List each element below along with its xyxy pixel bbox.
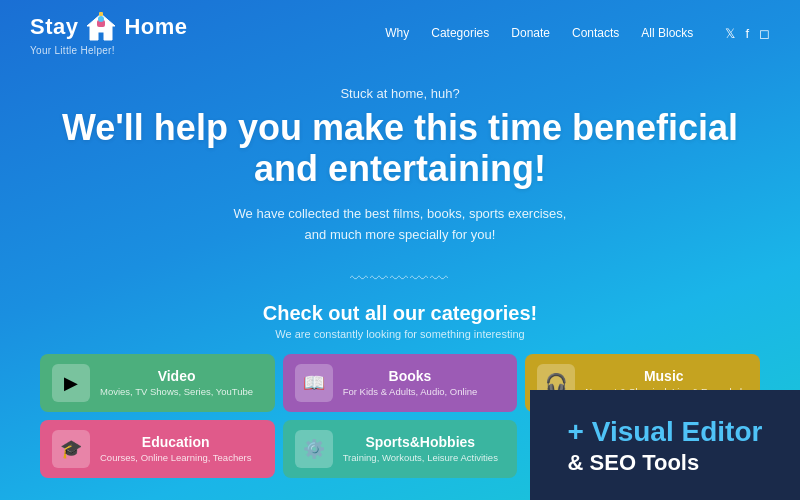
wavy-divider: 〰〰〰〰〰	[0, 269, 800, 290]
overlay-line2: & SEO Tools	[568, 450, 700, 475]
nav-categories[interactable]: Categories	[431, 26, 489, 40]
education-icon: 🎓	[52, 430, 90, 468]
logo-tagline: Your Little Helper!	[30, 45, 115, 56]
logo-house-icon	[84, 10, 118, 44]
hero-desc-line1: We have collected the best films, books,…	[234, 206, 567, 221]
social-links: 𝕏 f ◻	[725, 26, 770, 41]
hero-desc-line2: and much more specially for you!	[305, 227, 496, 242]
facebook-icon[interactable]: f	[745, 26, 749, 41]
nav-allblocks[interactable]: All Blocks	[641, 26, 693, 40]
music-title: Music	[585, 368, 742, 385]
sports-title: Sports&Hobbies	[343, 434, 498, 451]
overlay-banner: + Visual Editor & SEO Tools	[530, 390, 800, 500]
overlay-text: + Visual Editor & SEO Tools	[568, 414, 763, 477]
video-desc: Movies, TV Shows, Series, YouTube	[100, 386, 253, 398]
hero-section: Stuck at home, huh? We'll help you make …	[0, 66, 800, 269]
svg-rect-3	[99, 12, 103, 16]
nav-donate[interactable]: Donate	[511, 26, 550, 40]
logo-text-after: Home	[124, 14, 187, 40]
logo-area: Stay Home Your Little Helper!	[30, 10, 188, 56]
card-education[interactable]: 🎓 Education Courses, Online Learning, Te…	[40, 420, 275, 478]
video-title: Video	[100, 368, 253, 385]
svg-point-2	[98, 16, 104, 22]
sports-icon: ⚙️	[295, 430, 333, 468]
books-desc: For Kids & Adults, Audio, Online	[343, 386, 478, 398]
categories-subtitle: We are constantly looking for something …	[30, 328, 770, 340]
education-desc: Courses, Online Learning, Teachers	[100, 452, 251, 464]
hero-title: We'll help you make this time beneficial…	[40, 107, 760, 190]
card-books[interactable]: 📖 Books For Kids & Adults, Audio, Online	[283, 354, 518, 412]
nav-links: Why Categories Donate Contacts All Block…	[385, 26, 770, 41]
nav-contacts[interactable]: Contacts	[572, 26, 619, 40]
categories-title: Check out all our categories!	[30, 302, 770, 325]
video-icon: ▶	[52, 364, 90, 402]
twitter-icon[interactable]: 𝕏	[725, 26, 735, 41]
logo-text-before: Stay	[30, 14, 78, 40]
hero-description: We have collected the best films, books,…	[40, 204, 760, 246]
books-icon: 📖	[295, 364, 333, 402]
education-title: Education	[100, 434, 251, 451]
card-sports[interactable]: ⚙️ Sports&Hobbies Training, Workouts, Le…	[283, 420, 518, 478]
navbar: Stay Home Your Little Helper! Why Catego…	[0, 0, 800, 66]
instagram-icon[interactable]: ◻	[759, 26, 770, 41]
sports-desc: Training, Workouts, Leisure Activities	[343, 452, 498, 464]
hero-subtitle: Stuck at home, huh?	[40, 86, 760, 101]
books-title: Books	[343, 368, 478, 385]
card-video[interactable]: ▶ Video Movies, TV Shows, Series, YouTub…	[40, 354, 275, 412]
nav-why[interactable]: Why	[385, 26, 409, 40]
overlay-plus: + Visual Editor	[568, 416, 763, 447]
